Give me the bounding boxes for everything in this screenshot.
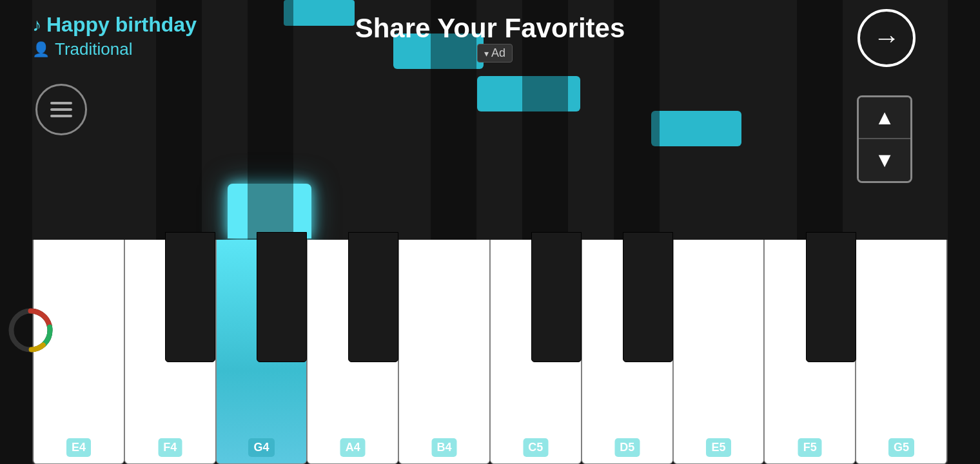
music-note-icon: ♪: [32, 15, 41, 35]
chevron-down-icon: ▼: [874, 148, 895, 172]
piano-key-cs5[interactable]: [531, 232, 582, 362]
note-block-3: [651, 111, 741, 146]
next-button[interactable]: →: [858, 9, 916, 67]
song-artist-text: Traditional: [55, 39, 132, 59]
app: ♪ Happy birthday 👤 Traditional Share You…: [0, 0, 980, 464]
scroll-controls: ▲ ▼: [857, 95, 912, 183]
piano-key-fs4[interactable]: [165, 232, 215, 362]
song-info: ♪ Happy birthday 👤 Traditional: [32, 13, 197, 59]
scroll-up-button[interactable]: ▲: [859, 97, 910, 139]
side-panel-left: [0, 0, 32, 464]
share-banner: Share Your Favorites: [355, 13, 625, 44]
piano-wrapper: E4 F4 G4 A4 B4 C5: [32, 232, 948, 464]
arrow-right-icon: →: [873, 23, 900, 53]
piano-key-ds5[interactable]: [623, 232, 673, 362]
menu-button[interactable]: [35, 84, 87, 135]
chevron-down-small-icon: ▾: [484, 48, 489, 59]
black-keys-row: [32, 232, 948, 464]
song-title: ♪ Happy birthday: [32, 13, 197, 37]
song-artist: 👤 Traditional: [32, 39, 197, 59]
ad-label: Ad: [491, 46, 505, 60]
song-title-text: Happy birthday: [46, 13, 197, 37]
piano-key-gs4[interactable]: [257, 232, 307, 362]
ad-badge: ▾ Ad: [477, 44, 513, 63]
piano-key-fs5[interactable]: [806, 232, 856, 362]
side-panel-right: [948, 0, 980, 464]
person-icon: 👤: [32, 41, 50, 58]
progress-donut: [6, 306, 55, 354]
piano-key-as4[interactable]: [348, 232, 398, 362]
scroll-down-button[interactable]: ▼: [859, 139, 910, 181]
chevron-up-icon: ▲: [874, 106, 895, 130]
share-banner-text: Share Your Favorites: [355, 13, 625, 43]
note-block-top-dropdown: [284, 0, 355, 26]
hamburger-icon: [50, 102, 72, 117]
